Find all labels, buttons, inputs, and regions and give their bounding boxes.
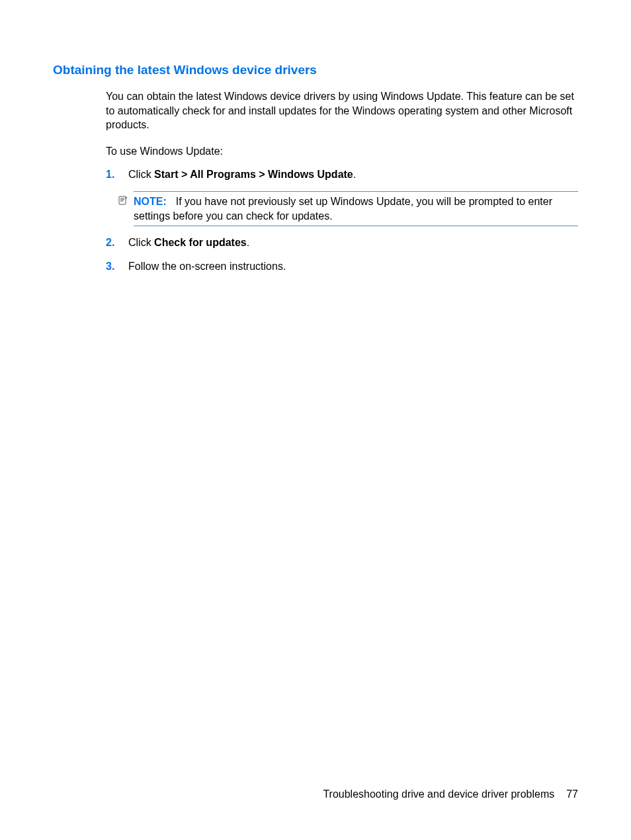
step-text-prefix: Click <box>128 237 154 248</box>
step-text-bold: Check for updates <box>154 237 247 248</box>
step-text-suffix: . <box>247 237 249 248</box>
note-icon <box>118 195 130 210</box>
note-block: NOTE:If you have not previously set up W… <box>118 191 578 226</box>
document-page: Obtaining the latest Windows device driv… <box>0 0 631 273</box>
lead-paragraph: To use Windows Update: <box>106 144 578 159</box>
page-footer: Troubleshooting drive and device driver … <box>323 788 578 800</box>
body-content: You can obtain the latest Windows device… <box>106 89 578 273</box>
intro-paragraph: You can obtain the latest Windows device… <box>106 89 578 132</box>
page-number: 77 <box>566 788 578 800</box>
step-number: 3. <box>106 259 128 274</box>
step-text-bold: Start > All Programs > Windows Update <box>154 169 353 180</box>
step-number: 1. <box>106 167 128 182</box>
step-1: 1. Click Start > All Programs > Windows … <box>106 167 578 182</box>
footer-section-title: Troubleshooting drive and device driver … <box>323 788 554 800</box>
svg-rect-0 <box>119 196 126 204</box>
step-number: 2. <box>106 235 128 250</box>
note-label: NOTE: <box>134 196 167 207</box>
note-body: If you have not previously set up Window… <box>134 196 552 222</box>
step-content: Follow the on-screen instructions. <box>128 259 578 274</box>
step-content: Click Check for updates. <box>128 235 578 250</box>
step-content: Click Start > All Programs > Windows Upd… <box>128 167 578 182</box>
step-2: 2. Click Check for updates. <box>106 235 578 250</box>
step-3: 3. Follow the on-screen instructions. <box>106 259 578 274</box>
step-text-suffix: . <box>353 169 356 180</box>
section-heading: Obtaining the latest Windows device driv… <box>53 63 578 77</box>
step-text-prefix: Follow the on-screen instructions. <box>128 261 286 272</box>
note-text: NOTE:If you have not previously set up W… <box>134 191 578 226</box>
step-text-prefix: Click <box>128 169 154 180</box>
